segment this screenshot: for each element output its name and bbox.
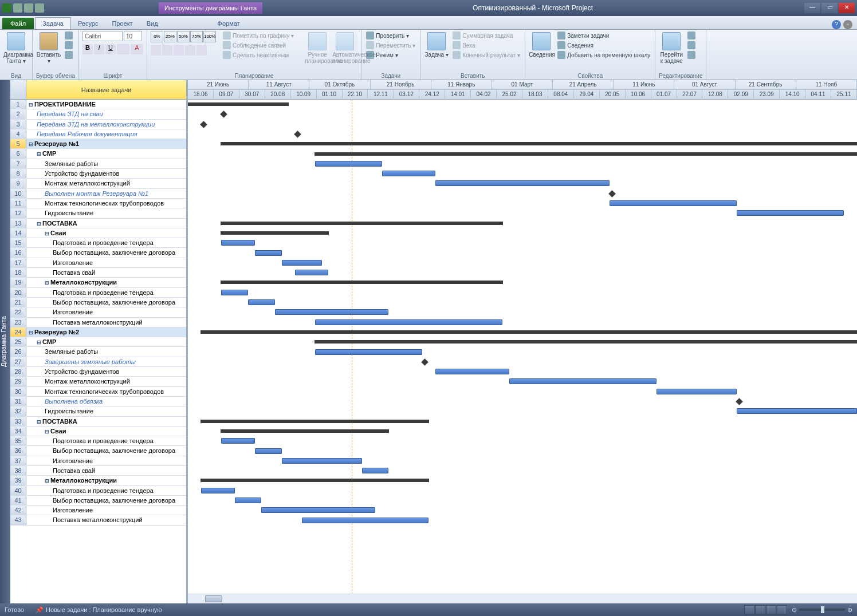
collapse-icon[interactable]: ⊟ [29, 330, 33, 335]
outdent-button[interactable] [151, 45, 161, 56]
cut-button[interactable] [64, 31, 74, 40]
task-bar[interactable] [255, 250, 282, 256]
task-row[interactable]: 14⊟Сваи [10, 228, 186, 238]
redo-icon[interactable] [35, 3, 44, 13]
collapse-icon[interactable]: ⊟ [29, 141, 33, 147]
task-name-cell[interactable]: Выполнен монтаж Резервуара №1 [26, 189, 186, 198]
information-button[interactable]: Сведения [529, 31, 554, 58]
task-id-cell[interactable]: 5 [10, 139, 26, 148]
task-name-cell[interactable]: Подготовка и проведение тендера [26, 486, 186, 495]
task-name-cell[interactable]: ⊟ПОСТАВКА [26, 219, 186, 228]
task-bar[interactable] [275, 309, 389, 315]
indent-button[interactable] [162, 45, 172, 56]
pct-75[interactable]: 75% [190, 31, 203, 42]
task-name-cell[interactable]: Подготовка и проведение тендера [26, 436, 186, 445]
task-bar[interactable] [221, 438, 254, 444]
task-name-cell[interactable]: Монтаж металлоконструкций [26, 377, 186, 386]
task-id-cell[interactable]: 37 [10, 456, 26, 465]
tab-view[interactable]: Вид [140, 18, 165, 29]
task-row[interactable]: 21Выбор поставщика, заключение договора [10, 298, 186, 307]
task-row[interactable]: 15Подготовка и проведение тендера [10, 238, 186, 248]
file-tab[interactable]: Файл [2, 18, 34, 29]
task-name-cell[interactable]: Передана ЗТД на сваи [26, 109, 186, 119]
task-row[interactable]: 31Выполнена обвязка [10, 397, 186, 406]
task-name-cell[interactable]: Выбор поставщика, заключение договора [26, 496, 186, 505]
milestone-marker[interactable] [608, 190, 616, 198]
task-name-cell[interactable]: Выбор поставщика, заключение договора [26, 248, 186, 257]
summary-bar[interactable] [221, 429, 388, 433]
task-row[interactable]: 25⊟СМР [10, 337, 186, 347]
task-name-cell[interactable]: Монтаж металлоконструкций [26, 179, 186, 188]
task-id-cell[interactable]: 14 [10, 228, 26, 238]
task-row[interactable]: 19⊟Металлоконструкции [10, 278, 186, 287]
pct-0[interactable]: 0% [151, 31, 163, 42]
name-column-header[interactable]: Название задачи [26, 80, 186, 99]
task-name-cell[interactable]: Выбор поставщика, заключение договора [26, 298, 186, 307]
task-name-cell[interactable]: Выбор поставщика, заключение договора [26, 446, 186, 455]
task-row[interactable]: 35Подготовка и проведение тендера [10, 436, 186, 446]
collapse-icon[interactable]: ⊟ [45, 429, 49, 435]
task-name-cell[interactable]: Подготовка и проведение тендера [26, 288, 186, 297]
task-name-cell[interactable]: ⊟Металлоконструкции [26, 476, 186, 485]
task-name-cell[interactable]: Передана ЗТД на металлоконструкции [26, 120, 186, 129]
maximize-button[interactable]: ▭ [821, 3, 838, 13]
task-name-cell[interactable]: Устройство фундаментов [26, 367, 186, 376]
task-row[interactable]: 37Изготовление [10, 456, 186, 466]
task-bar[interactable] [435, 369, 509, 374]
details-button[interactable]: Сведения [556, 41, 651, 50]
task-name-cell[interactable]: Земляные работы [26, 159, 186, 168]
summary-bar[interactable] [201, 330, 857, 334]
zoom-slider[interactable] [799, 609, 845, 611]
pct-50[interactable]: 50% [177, 31, 190, 42]
task-id-cell[interactable]: 12 [10, 208, 26, 218]
task-bar[interactable] [315, 319, 502, 325]
view-task-usage-icon[interactable] [755, 605, 765, 614]
task-id-cell[interactable]: 17 [10, 258, 26, 267]
task-id-cell[interactable]: 25 [10, 337, 26, 346]
collapse-icon[interactable]: ⊟ [37, 151, 41, 157]
task-name-cell[interactable]: Земляные работы [26, 347, 186, 356]
task-name-cell[interactable]: Изготовление [26, 456, 186, 465]
task-id-cell[interactable]: 24 [10, 327, 26, 337]
task-row[interactable]: 24⊟Резервуар №2 [10, 327, 186, 337]
scroll-to-task-button[interactable]: Перейти к задаче [659, 31, 684, 64]
task-bar[interactable] [656, 389, 737, 394]
undo-icon[interactable] [24, 3, 33, 13]
find-button[interactable] [686, 31, 697, 40]
italic-button[interactable]: I [94, 44, 104, 54]
fill-color-button[interactable] [117, 44, 129, 54]
task-name-cell[interactable]: Монтаж технологических трубопроводов [26, 387, 186, 396]
format-painter-button[interactable] [64, 50, 74, 60]
task-id-cell[interactable]: 34 [10, 427, 26, 436]
task-row[interactable]: 4Передана Рабочая документация [10, 129, 186, 139]
task-id-cell[interactable]: 21 [10, 298, 26, 307]
milestone-marker[interactable] [421, 358, 428, 366]
milestone-marker[interactable] [200, 121, 207, 128]
tab-resource[interactable]: Ресурс [71, 18, 105, 29]
task-id-cell[interactable]: 30 [10, 387, 26, 396]
task-id-cell[interactable]: 42 [10, 506, 26, 515]
task-id-cell[interactable]: 35 [10, 436, 26, 445]
task-row[interactable]: 8Устройство фундаментов [10, 169, 186, 179]
summary-bar[interactable] [221, 222, 502, 225]
task-bar[interactable] [282, 458, 362, 464]
task-row[interactable]: 29Монтаж металлоконструкций [10, 377, 186, 386]
task-row[interactable]: 42Изготовление [10, 506, 186, 515]
milestone-marker[interactable] [736, 398, 743, 405]
task-name-cell[interactable]: ⊟ПРОЕКТИРОВАНИЕ [26, 100, 186, 109]
task-name-cell[interactable]: Поставка металлоконструкций [26, 318, 186, 327]
horizontal-scrollbar[interactable] [188, 594, 857, 603]
task-id-cell[interactable]: 32 [10, 406, 26, 416]
task-name-cell[interactable]: Передана Рабочая документация [26, 129, 186, 139]
task-name-cell[interactable]: Гидроиспытание [26, 208, 186, 218]
underline-button[interactable]: U [105, 44, 116, 54]
task-row[interactable]: 34⊟Сваи [10, 427, 186, 436]
task-bar[interactable] [362, 468, 389, 473]
id-column-header[interactable] [10, 80, 26, 99]
task-id-cell[interactable]: 29 [10, 377, 26, 386]
unlink-button[interactable] [185, 45, 195, 56]
tab-task[interactable]: Задача [35, 17, 71, 29]
task-bar[interactable] [302, 518, 429, 523]
task-row[interactable]: 6⊟СМР [10, 149, 186, 159]
task-id-cell[interactable]: 13 [10, 219, 26, 228]
